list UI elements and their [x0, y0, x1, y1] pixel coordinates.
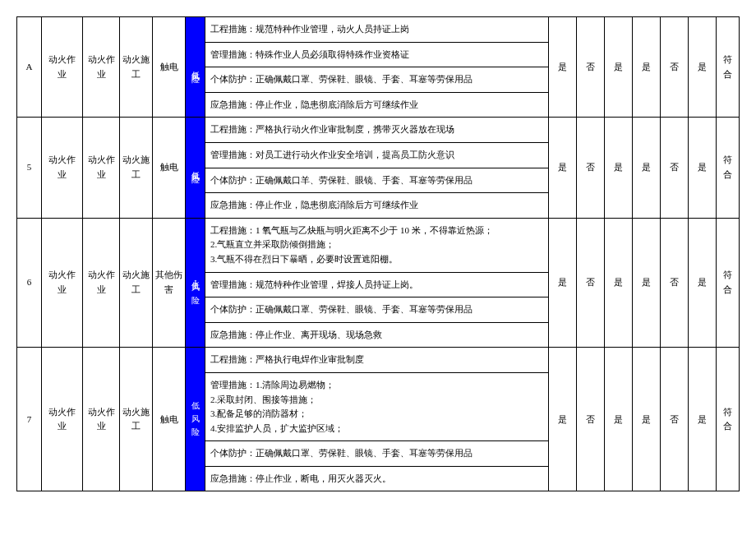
- cell-measure: 应急措施：停止作业，断电，用灭火器灭火。: [205, 466, 549, 491]
- cell-measure: 个体防护：正确佩戴口罩、劳保鞋、眼镜、手套、耳塞等劳保用品: [205, 441, 549, 467]
- cell-risk-level: 低风险: [186, 17, 205, 118]
- cell-index: A: [17, 17, 42, 118]
- cell-result: 符合: [717, 118, 740, 218]
- cell-measure: 工程措施：严格执行动火作业审批制度，携带灭火器放在现场: [205, 118, 549, 143]
- cell-category-1: 动火作业: [42, 118, 83, 218]
- cell-measure: 工程措施：1 氧气瓶与乙炔瓶与明火距离不少于 10 米，不得靠近热源；2.气瓶直…: [205, 218, 549, 272]
- cell-yes-no: 是: [605, 17, 633, 118]
- cell-measure: 个体防护：正确佩戴口羊、劳保鞋、眼镜、手套、耳塞等劳保用品: [205, 168, 549, 193]
- cell-yes-no: 是: [689, 17, 717, 118]
- cell-yes-no: 是: [605, 218, 633, 348]
- cell-yes-no: 否: [577, 348, 605, 491]
- cell-yes-no: 是: [689, 218, 717, 348]
- cell-yes-no: 是: [689, 348, 717, 491]
- cell-category-4: 触电: [153, 118, 186, 218]
- cell-measure: 应急措施：停止作业，隐患彻底消除后方可继续作业: [205, 92, 549, 118]
- cell-index: 6: [17, 218, 42, 348]
- cell-category-1: 动火作业: [42, 218, 83, 348]
- cell-category-3: 动火施工: [120, 218, 153, 348]
- cell-yes-no: 否: [661, 348, 689, 491]
- cell-yes-no: 是: [633, 118, 661, 218]
- cell-category-4: 其他伤害: [153, 218, 186, 348]
- cell-yes-no: 是: [633, 218, 661, 348]
- cell-category-1: 动火作业: [42, 17, 83, 118]
- cell-category-2: 动火作业: [83, 17, 120, 118]
- cell-category-4: 触电: [153, 17, 186, 118]
- cell-index: 5: [17, 118, 42, 218]
- cell-measure: 应急措施：停止作业，隐患彻底消除后方可继续作业: [205, 193, 549, 219]
- cell-result: 符合: [717, 218, 740, 348]
- cell-measure: 管理措施：规范特种作业管理，焊接人员持证上岗。: [205, 272, 549, 297]
- cell-category-2: 动火作业: [83, 218, 120, 348]
- cell-yes-no: 是: [633, 17, 661, 118]
- cell-risk-level: 低风I险: [186, 218, 205, 348]
- cell-yes-no: 是: [549, 17, 577, 118]
- table-row: 7动火作业动火作业动火施工触电低风险工程措施：严格执行电焊作业审批制度是否是是否…: [17, 348, 740, 373]
- cell-yes-no: 是: [633, 348, 661, 491]
- table-row: A动火作业动火作业动火施工触电低风险工程措施：规范特种作业管理，动火人员持证上岗…: [17, 17, 740, 43]
- cell-risk-level: 低风险: [186, 118, 205, 218]
- cell-measure: 个体防护：正确佩戴口罩、劳保鞋、眼镜、手套、耳塞等劳保用品: [205, 297, 549, 323]
- cell-measure: 管理措施：特殊作业人员必须取得特殊作业资格证: [205, 42, 549, 67]
- cell-measure: 工程措施：规范特种作业管理，动火人员持证上岗: [205, 17, 549, 43]
- cell-yes-no: 否: [577, 17, 605, 118]
- cell-yes-no: 否: [661, 218, 689, 348]
- table-row: 6动火作业动火作业动火施工其他伤害低风I险工程措施：1 氧气瓶与乙炔瓶与明火距离…: [17, 218, 740, 272]
- cell-category-2: 动火作业: [83, 118, 120, 218]
- cell-yes-no: 是: [605, 348, 633, 491]
- cell-yes-no: 是: [605, 118, 633, 218]
- cell-category-2: 动火作业: [83, 348, 120, 491]
- cell-result: 符合: [717, 17, 740, 118]
- cell-yes-no: 是: [549, 348, 577, 491]
- cell-category-3: 动火施工: [120, 348, 153, 491]
- cell-yes-no: 是: [549, 118, 577, 218]
- cell-category-1: 动火作业: [42, 348, 83, 491]
- cell-yes-no: 否: [577, 218, 605, 348]
- cell-category-4: 触电: [153, 348, 186, 491]
- cell-result: 符合: [717, 348, 740, 491]
- cell-measure: 工程措施：严格执行电焊作业审批制度: [205, 348, 549, 373]
- cell-measure: 管理措施：对员工进行动火作业安全培训，提高员工防火意识: [205, 142, 549, 168]
- cell-measure: 应急措施：停止作业、离开现场、现场急救: [205, 322, 549, 348]
- cell-yes-no: 否: [661, 118, 689, 218]
- cell-yes-no: 否: [577, 118, 605, 218]
- cell-risk-level: 低风险: [186, 348, 205, 491]
- cell-yes-no: 是: [549, 218, 577, 348]
- cell-index: 7: [17, 348, 42, 491]
- cell-yes-no: 否: [661, 17, 689, 118]
- risk-assessment-table: A动火作业动火作业动火施工触电低风险工程措施：规范特种作业管理，动火人员持证上岗…: [16, 16, 740, 491]
- cell-category-3: 动火施工: [120, 17, 153, 118]
- cell-measure: 管理措施：1.清除周边易燃物；2.采取封闭、围接等措施；3.配备足够的消防器材；…: [205, 372, 549, 440]
- cell-yes-no: 是: [689, 118, 717, 218]
- cell-measure: 个体防护：正确佩戴口罩、劳保鞋、眼镜、手套、耳塞等劳保用品: [205, 67, 549, 93]
- cell-category-3: 动火施工: [120, 118, 153, 218]
- table-row: 5动火作业动火作业动火施工触电低风险工程措施：严格执行动火作业审批制度，携带灭火…: [17, 118, 740, 143]
